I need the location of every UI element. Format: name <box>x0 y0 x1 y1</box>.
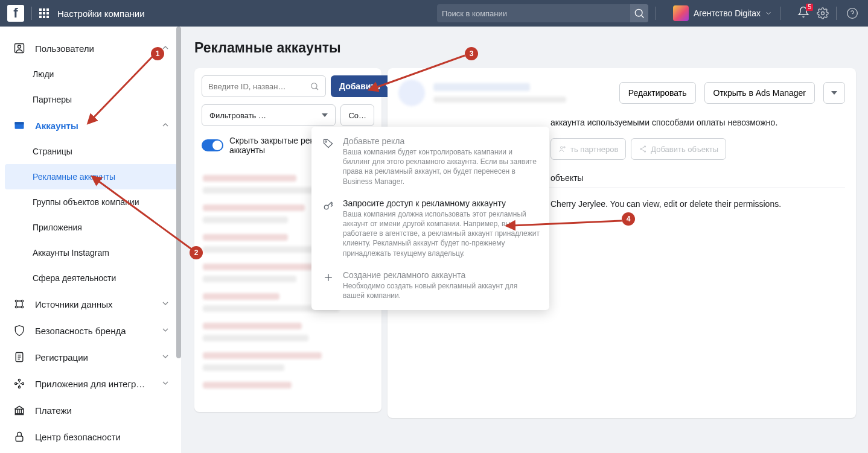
svg-point-6 <box>18 45 21 48</box>
plus-icon <box>321 270 336 300</box>
svg-line-38 <box>642 150 645 151</box>
svg-point-20 <box>18 386 20 388</box>
sidebar-label: Безопасность бренда <box>35 326 126 336</box>
company-search[interactable] <box>437 4 648 22</box>
notification-badge: 5 <box>806 4 813 11</box>
assign-partners-button[interactable]: ть партнеров <box>550 138 626 160</box>
sidebar-section-users[interactable]: Пользователи <box>5 35 177 62</box>
svg-point-10 <box>21 300 23 302</box>
company-search-input[interactable] <box>442 9 630 18</box>
svg-rect-26 <box>16 436 23 441</box>
divider <box>780 7 780 20</box>
account-search-input[interactable] <box>208 82 310 91</box>
dropdown-item-create-account[interactable]: Создание рекламного аккаунта Необходимо … <box>311 264 549 306</box>
sidebar-label: Платежи <box>35 405 72 416</box>
clipboard-icon <box>12 350 27 364</box>
sidebar-item-ad-accounts[interactable]: Рекламные аккаунты <box>5 164 177 189</box>
data-sources-icon <box>12 297 27 311</box>
svg-point-9 <box>15 300 17 302</box>
divider <box>836 7 837 20</box>
sidebar-section-brand-safety[interactable]: Безопасность бренда <box>5 317 177 344</box>
svg-point-11 <box>15 306 17 308</box>
svg-point-40 <box>324 205 328 209</box>
sidebar-item-asset-groups[interactable]: Группы объектов компании <box>5 189 177 215</box>
chevron-down-icon[interactable] <box>764 7 773 19</box>
divider <box>31 7 32 20</box>
dropdown-item-request-access[interactable]: Запросите доступ к рекламному аккаунту В… <box>311 192 549 264</box>
svg-point-3 <box>847 8 858 19</box>
svg-point-19 <box>22 382 24 384</box>
svg-point-18 <box>18 379 20 381</box>
svg-point-17 <box>15 382 17 384</box>
integrations-icon <box>12 376 27 391</box>
users-icon <box>558 143 567 155</box>
edit-button[interactable]: Редактировать <box>619 82 696 104</box>
sidebar-item-sphere[interactable]: Сфера деятельности <box>5 265 177 291</box>
svg-point-2 <box>822 12 825 15</box>
search-icon[interactable] <box>630 4 648 22</box>
scrollbar-thumb[interactable] <box>176 27 181 358</box>
sidebar-section-data-sources[interactable]: Источники данных <box>5 291 177 317</box>
sidebar-label: Центр безопасности <box>35 432 121 442</box>
facebook-logo[interactable]: f <box>7 5 24 22</box>
sidebar-label: Регистрации <box>35 352 88 363</box>
help-icon[interactable] <box>846 7 858 19</box>
key-icon <box>321 198 336 258</box>
svg-point-33 <box>564 147 565 148</box>
sidebar-section-accounts[interactable]: Аккаунты <box>5 112 177 139</box>
sidebar: Пользователи Люди Партнеры Аккаунты Стра… <box>0 27 181 453</box>
list-item[interactable] <box>203 323 373 341</box>
svg-point-35 <box>640 148 642 150</box>
shield-icon <box>12 323 27 338</box>
svg-line-28 <box>316 88 318 90</box>
caret-down-icon <box>831 90 837 96</box>
chevron-down-icon <box>161 378 170 390</box>
gear-icon[interactable] <box>817 7 829 19</box>
sidebar-section-integrations[interactable]: Приложения для интегр… <box>5 370 177 397</box>
users-icon <box>12 41 27 55</box>
svg-marker-30 <box>322 113 328 117</box>
chevron-up-icon <box>161 120 170 131</box>
svg-point-12 <box>21 306 23 308</box>
sidebar-label: Аккаунты <box>35 121 78 131</box>
sidebar-section-payments[interactable]: Платежи <box>5 397 177 423</box>
add-assets-button[interactable]: Добавить объекты <box>631 138 726 160</box>
list-item[interactable] <box>203 352 373 371</box>
company-avatar[interactable] <box>673 5 689 21</box>
svg-point-27 <box>311 83 317 89</box>
svg-line-1 <box>642 16 644 18</box>
sidebar-label: Приложения для интегр… <box>35 379 145 389</box>
chevron-up-icon <box>161 43 170 54</box>
open-ads-manager-button[interactable]: Открыть в Ads Manager <box>704 82 815 104</box>
svg-line-37 <box>642 147 645 149</box>
filter-button[interactable]: Фильтровать … <box>202 104 336 126</box>
page-title: Рекламные аккаунты <box>194 40 856 56</box>
topbar: f Настройки компании Агентство Digitax 5 <box>0 0 868 27</box>
svg-point-36 <box>645 151 646 152</box>
page-context-title: Настройки компании <box>57 8 145 19</box>
list-item[interactable] <box>203 382 373 388</box>
svg-rect-8 <box>15 122 24 124</box>
company-name[interactable]: Агентство Digitax <box>694 8 761 18</box>
chevron-down-icon <box>161 299 170 310</box>
notifications-button[interactable]: 5 <box>797 6 809 21</box>
svg-point-32 <box>561 147 563 149</box>
sidebar-item-people[interactable]: Люди <box>5 62 177 87</box>
more-button[interactable] <box>823 82 845 104</box>
sidebar-section-security-center[interactable]: Центр безопасности <box>5 423 177 450</box>
share-icon <box>639 143 647 155</box>
sidebar-item-pages[interactable]: Страницы <box>5 139 177 164</box>
caret-down-icon <box>322 112 328 118</box>
sidebar-section-registrations[interactable]: Регистрации <box>5 344 177 370</box>
sidebar-item-apps[interactable]: Приложения <box>5 215 177 240</box>
sidebar-label: Источники данных <box>35 299 113 309</box>
account-avatar <box>398 80 425 106</box>
svg-point-34 <box>645 146 646 147</box>
sort-button[interactable]: Со… <box>340 104 374 126</box>
apps-grid-icon[interactable] <box>39 8 49 18</box>
account-search[interactable] <box>202 75 326 97</box>
sidebar-item-partners[interactable]: Партнеры <box>5 87 177 112</box>
sidebar-item-instagram[interactable]: Аккаунты Instagram <box>5 240 177 265</box>
dropdown-item-add-account[interactable]: Добавьте рекла Ваша компания будет контр… <box>311 130 549 192</box>
hide-closed-toggle[interactable] <box>202 139 223 151</box>
